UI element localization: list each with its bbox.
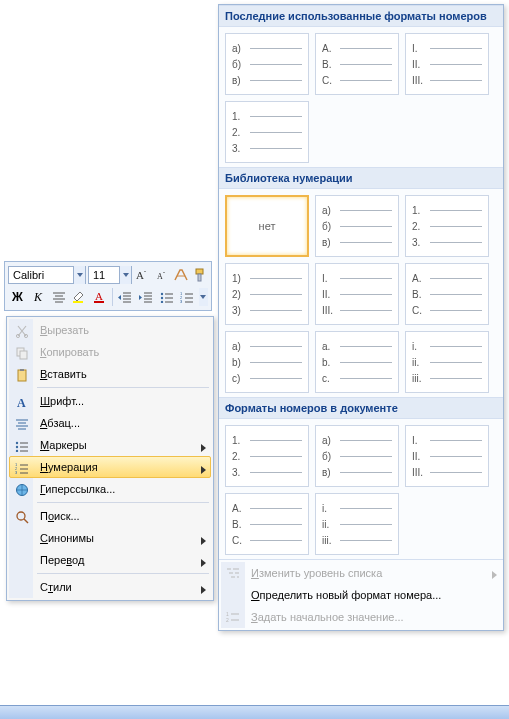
tile-row: б) [232,59,302,70]
tile-line [250,540,302,541]
numbering-tile[interactable]: 1.2.3. [405,195,489,257]
styles-icon[interactable] [172,265,189,285]
menu-item-hyperlink[interactable]: Гиперссылка... [9,478,211,500]
font-name-combo[interactable]: Calibri [8,266,86,284]
paragraph-icon [14,416,30,432]
library-tiles: нета)б)в)1.2.3.1)2)3)I.II.III.A.B.C.a)b)… [219,189,503,397]
font-size-dropdown-icon[interactable] [119,266,131,284]
tile-line [250,116,302,117]
svg-text:2: 2 [226,617,229,623]
tile-line [430,362,482,363]
tile-line [340,472,392,473]
svg-rect-5 [198,274,201,281]
numbering-tile[interactable]: а)б)в) [315,425,399,487]
bold-icon[interactable]: Ж [8,287,27,307]
tile-number-label: I. [412,435,426,446]
menu-item-bullets[interactable]: Маркеры [9,434,211,456]
tile-line [250,472,302,473]
tile-row: ii. [412,357,482,368]
align-center-icon[interactable] [49,287,68,307]
svg-text:3: 3 [180,299,183,303]
tile-number-label: C. [412,305,426,316]
menu-label: Шрифт... [40,395,84,407]
numbering-tile[interactable]: а)б)в) [225,33,309,95]
numbering-tile[interactable]: 1)2)3) [225,263,309,325]
tile-row: a. [322,341,392,352]
menu-label: Нумерация [40,461,98,473]
menu-item-styles[interactable]: Стили [9,576,211,598]
font-color-icon[interactable]: A [91,287,110,307]
format-painter-icon[interactable] [191,265,208,285]
svg-point-24 [16,450,18,452]
tile-number-label: в) [232,75,246,86]
tile-line [340,294,392,295]
menu-item-synonyms[interactable]: Синонимы [9,527,211,549]
menu-label: Стили [40,581,72,593]
svg-rect-4 [196,269,203,274]
menu-label: Перевод [40,554,84,566]
tile-row: 2. [232,451,302,462]
menu-item-paste[interactable]: Вставить [9,363,211,385]
svg-rect-20 [20,369,24,371]
menu-separator [37,387,209,388]
grow-font-icon[interactable]: Aˆ [134,265,151,285]
footer-set-value[interactable]: 12 Задать начальное значение... [221,606,501,628]
numbering-tile[interactable]: a)b)c) [225,331,309,393]
numbering-tile[interactable]: I.II.III. [315,263,399,325]
numbering-dropdown-icon[interactable] [199,288,208,306]
tile-number-label: 2) [232,289,246,300]
tile-number-label: c) [232,373,246,384]
menu-item-numbering[interactable]: 123 Нумерация [9,456,211,478]
numbering-tile[interactable]: A.B.C. [225,493,309,555]
submenu-arrow-icon [201,557,206,569]
numbering-tile[interactable]: A.B.C. [315,33,399,95]
decrease-indent-icon[interactable] [116,287,135,307]
tile-row: II. [412,59,482,70]
tile-row: i. [322,503,392,514]
bullets-menu-icon [14,438,30,454]
numbering-tile[interactable]: i.ii.iii. [405,331,489,393]
footer-define-new[interactable]: Определить новый формат номера... [221,584,501,606]
numbering-icon[interactable]: 123 [178,287,197,307]
highlight-icon[interactable] [70,287,89,307]
footer-change-level[interactable]: Изменить уровень списка [221,562,501,584]
menu-item-search[interactable]: Поиск... [9,505,211,527]
menu-item-font[interactable]: A Шрифт... [9,390,211,412]
svg-text:A: A [95,290,103,302]
bullets-icon[interactable] [157,287,176,307]
tile-row: A. [232,503,302,514]
numbering-tile[interactable]: I.II.III. [405,33,489,95]
menu-item-cut[interactable]: Вырезать [9,319,211,341]
shrink-font-icon[interactable]: Aˇ [153,265,170,285]
numbering-tile[interactable]: 1.2.3. [225,101,309,163]
tile-number-label: C. [322,75,336,86]
svg-point-11 [161,301,163,303]
tile-line [340,456,392,457]
numbering-menu-icon: 123 [14,460,30,476]
numbering-tile[interactable]: I.II.III. [405,425,489,487]
tile-row: 3. [412,237,482,248]
menu-item-copy[interactable]: Копировать [9,341,211,363]
tile-row: C. [412,305,482,316]
tile-line [340,242,392,243]
numbering-tile[interactable]: i.ii.iii. [315,493,399,555]
numbering-tile[interactable]: а)б)в) [315,195,399,257]
font-size-combo[interactable]: 11 [88,266,132,284]
tile-number-label: б) [322,221,336,232]
menu-label: Гиперссылка... [40,483,115,495]
menu-item-paragraph[interactable]: Абзац... [9,412,211,434]
italic-icon[interactable]: К [29,287,48,307]
increase-indent-icon[interactable] [137,287,156,307]
numbering-tile[interactable]: 1.2.3. [225,425,309,487]
tile-row: i. [412,341,482,352]
tile-row: iii. [412,373,482,384]
numbering-tile[interactable]: a.b.c. [315,331,399,393]
menu-item-translate[interactable]: Перевод [9,549,211,571]
tile-line [250,362,302,363]
numbering-tile[interactable]: A.B.C. [405,263,489,325]
tile-row: A. [412,273,482,284]
tile-number-label: B. [412,289,426,300]
numbering-tile[interactable]: нет [225,195,309,257]
font-name-dropdown-icon[interactable] [73,266,85,284]
tile-number-label: 3. [412,237,426,248]
